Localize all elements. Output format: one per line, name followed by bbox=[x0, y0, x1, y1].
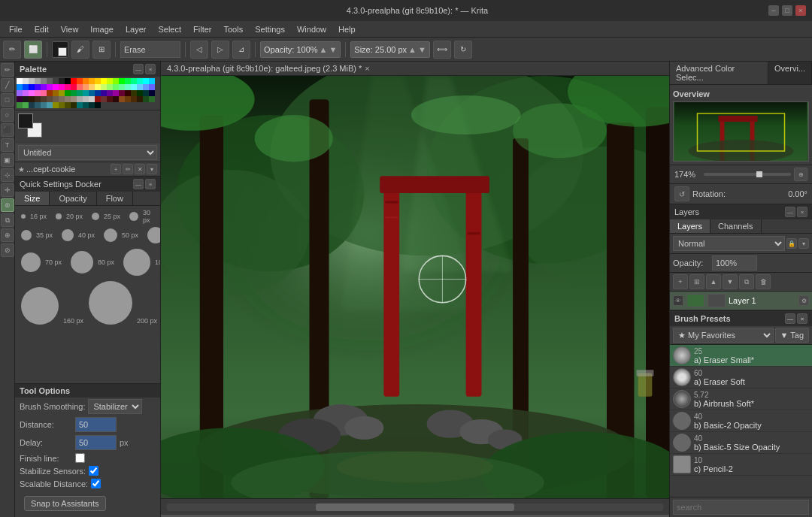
color-swatch[interactable] bbox=[143, 84, 149, 90]
color-swatch[interactable] bbox=[47, 78, 53, 84]
menu-help[interactable]: Help bbox=[332, 23, 362, 35]
color-swatch[interactable] bbox=[101, 84, 107, 90]
color-swatch[interactable] bbox=[65, 90, 71, 96]
brush-dot-35[interactable] bbox=[21, 230, 32, 240]
color-swatch[interactable] bbox=[29, 78, 35, 84]
tab-overview[interactable]: Overvi... bbox=[768, 62, 812, 84]
color-swatch[interactable] bbox=[95, 84, 101, 90]
layer-settings-button[interactable]: ⚙ bbox=[798, 295, 809, 306]
color-swatch[interactable] bbox=[71, 78, 77, 84]
layers-pin-button[interactable]: — bbox=[785, 207, 795, 217]
color-swatch[interactable] bbox=[77, 102, 83, 108]
tool-rect[interactable]: □ bbox=[1, 93, 14, 107]
color-swatch[interactable] bbox=[119, 78, 125, 84]
quick-settings-header[interactable]: Quick Settings Docker — × bbox=[15, 177, 160, 192]
opacity-control[interactable]: Opacity: 100% ▲ ▼ bbox=[260, 41, 341, 58]
next-preset-button[interactable]: ▷ bbox=[211, 41, 229, 59]
color-swatch[interactable] bbox=[89, 90, 95, 96]
color-swatch[interactable] bbox=[83, 90, 89, 96]
color-swatch[interactable] bbox=[131, 90, 137, 96]
minimize-button[interactable]: – bbox=[768, 5, 779, 16]
brush-set-name[interactable]: ...cept-cookie bbox=[26, 165, 109, 174]
color-swatch[interactable] bbox=[59, 84, 65, 90]
size-spinner-up[interactable]: ▲ bbox=[408, 45, 417, 54]
color-swatch[interactable] bbox=[77, 78, 83, 84]
menu-settings[interactable]: Settings bbox=[249, 23, 291, 35]
color-swatch[interactable] bbox=[29, 90, 35, 96]
color-swatch[interactable] bbox=[41, 96, 47, 102]
overview-thumbnail[interactable] bbox=[673, 101, 809, 162]
color-swatch[interactable] bbox=[23, 84, 29, 90]
color-swatch[interactable] bbox=[23, 102, 29, 108]
scalable-distance-checkbox[interactable] bbox=[91, 479, 101, 488]
color-swatch[interactable] bbox=[29, 96, 35, 102]
color-swatch[interactable] bbox=[113, 96, 119, 102]
finish-line-checkbox[interactable] bbox=[75, 453, 85, 463]
color-swatch[interactable] bbox=[17, 78, 23, 84]
preset-eraser-soft[interactable]: 60 a) Eraser Soft bbox=[670, 367, 812, 389]
color-swatch[interactable] bbox=[59, 96, 65, 102]
brush-dot-80[interactable] bbox=[71, 251, 93, 274]
mirror-canvas-button[interactable]: ⟺ bbox=[433, 41, 451, 59]
color-swatch[interactable] bbox=[47, 90, 53, 96]
color-swatch[interactable] bbox=[59, 78, 65, 84]
brush-dot-100[interactable] bbox=[123, 249, 150, 276]
color-swatch[interactable] bbox=[41, 84, 47, 90]
brush-dot-160[interactable] bbox=[21, 287, 59, 325]
fg-color-swatch[interactable] bbox=[52, 41, 68, 58]
blend-mode-combo[interactable]: Erase bbox=[120, 41, 180, 58]
menu-select[interactable]: Select bbox=[152, 23, 187, 35]
color-swatch[interactable] bbox=[77, 84, 83, 90]
preset-basic2-opacity[interactable]: 40 b) Basic-2 Opacity bbox=[670, 410, 812, 432]
layer-duplicate-button[interactable]: ⧉ bbox=[739, 274, 754, 289]
color-swatch[interactable] bbox=[149, 96, 155, 102]
zoom-reset-button[interactable]: ⊕ bbox=[794, 168, 807, 181]
tool-eraser-button[interactable]: ⬜ bbox=[24, 41, 42, 59]
color-swatch[interactable] bbox=[53, 84, 59, 90]
color-swatch[interactable] bbox=[149, 78, 155, 84]
tool-freehand-button[interactable]: ✏ bbox=[3, 41, 21, 59]
tool-zoom[interactable]: ⊕ bbox=[1, 228, 14, 242]
color-swatch[interactable] bbox=[113, 84, 119, 90]
color-swatch[interactable] bbox=[119, 84, 125, 90]
document-select[interactable]: Untitled bbox=[18, 145, 157, 160]
distance-input[interactable] bbox=[75, 417, 117, 432]
tool-freehand[interactable]: ✏ bbox=[1, 63, 14, 77]
canvas-horizontal-scrollbar[interactable] bbox=[161, 498, 669, 515]
tool-gradient[interactable]: ▣ bbox=[1, 153, 14, 167]
menu-view[interactable]: View bbox=[55, 23, 85, 35]
color-swatch[interactable] bbox=[59, 90, 65, 96]
tool-options-header[interactable]: Tool Options bbox=[15, 384, 160, 398]
layers-close-button[interactable]: × bbox=[797, 207, 807, 217]
color-swatch[interactable] bbox=[23, 90, 29, 96]
color-swatch[interactable] bbox=[29, 102, 35, 108]
zoom-slider-thumb[interactable] bbox=[756, 171, 762, 177]
color-swatch[interactable] bbox=[131, 78, 137, 84]
brush-smoothing-select[interactable]: Stabilizer bbox=[88, 399, 142, 414]
color-swatch[interactable] bbox=[35, 102, 41, 108]
quick-settings-pin-button[interactable]: — bbox=[133, 179, 144, 189]
color-swatch[interactable] bbox=[41, 90, 47, 96]
tool-eraser[interactable]: ⊗ bbox=[1, 198, 14, 212]
tab-size[interactable]: Size bbox=[15, 192, 50, 205]
color-swatch[interactable] bbox=[137, 78, 143, 84]
color-swatch[interactable] bbox=[53, 90, 59, 96]
close-button[interactable]: × bbox=[795, 5, 806, 16]
color-swatch[interactable] bbox=[47, 102, 53, 108]
color-swatch[interactable] bbox=[83, 84, 89, 90]
color-swatch[interactable] bbox=[17, 96, 23, 102]
color-swatch[interactable] bbox=[77, 90, 83, 96]
brush-dot-30[interactable] bbox=[129, 212, 138, 221]
color-swatch[interactable] bbox=[41, 78, 47, 84]
color-swatch[interactable] bbox=[125, 78, 131, 84]
stabilize-sensors-checkbox[interactable] bbox=[89, 466, 98, 476]
layers-opacity-input[interactable] bbox=[712, 255, 757, 271]
mirror-h-button[interactable]: ⊿ bbox=[232, 41, 250, 59]
color-swatch[interactable] bbox=[149, 84, 155, 90]
brush-dot-40[interactable] bbox=[62, 229, 74, 241]
color-swatch[interactable] bbox=[59, 102, 65, 108]
color-swatch[interactable] bbox=[35, 84, 41, 90]
menu-window[interactable]: Window bbox=[291, 23, 332, 35]
rotation-icon[interactable]: ↺ bbox=[674, 186, 689, 201]
tool-select[interactable]: ⊹ bbox=[1, 168, 14, 182]
